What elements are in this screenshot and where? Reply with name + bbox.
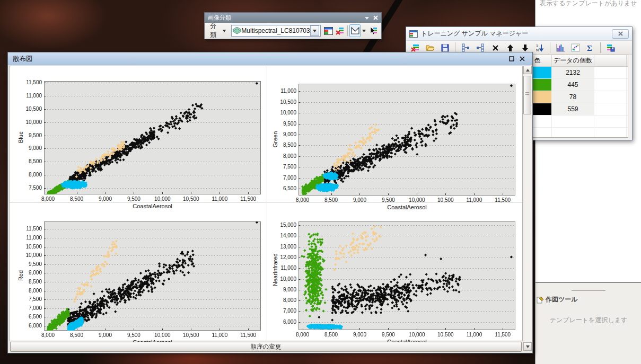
y-tick-label: 12,000 <box>272 254 296 260</box>
x-tick-label: 11,500 <box>232 196 264 202</box>
select-training-sample-tool[interactable] <box>367 24 379 37</box>
y-tick-label: 11,000 <box>17 93 42 99</box>
tsm-window-icon <box>409 30 418 38</box>
y-tick-label: 10,500 <box>17 244 42 250</box>
renumber-classes-button[interactable]: 1N <box>533 41 546 54</box>
training-sample-row[interactable]: 559 <box>523 103 628 116</box>
y-tick-label: 6,500 <box>17 314 42 319</box>
x-tick-label: 11,000 <box>204 332 235 338</box>
y-tick-label: 11,000 <box>272 265 296 271</box>
scatter-window-title: 散布図 <box>13 55 33 64</box>
triangle-up-icon <box>526 69 530 72</box>
reorder-button[interactable]: 順序の変更 <box>10 342 522 352</box>
chevron-down-icon <box>313 30 317 32</box>
class-extra-cell <box>594 116 627 127</box>
training-sample-manager-button[interactable] <box>323 24 335 37</box>
y-tick-label: 7,000 <box>272 308 296 314</box>
y-tick-label: 7,500 <box>17 185 42 191</box>
chart-plot-canvas <box>44 81 261 194</box>
x-tick-label: 10,000 <box>146 332 178 338</box>
column-header-extra[interactable] <box>594 55 627 66</box>
arcmap-screen: 表示するテンプレートがありませ 作図ツール テンプレートを選択します トレーニン… <box>0 0 641 364</box>
x-tick-label: 11,000 <box>204 196 235 202</box>
scroll-up-button[interactable] <box>523 66 532 74</box>
x-tick-label: 11,500 <box>232 332 264 338</box>
y-tick-label: 6,000 <box>17 323 42 329</box>
y-tick-label: 13,000 <box>272 244 296 250</box>
training-sample-row[interactable]: 445 <box>523 79 628 91</box>
y-tick-label: 10,000 <box>17 252 42 258</box>
y-tick-label: 9,500 <box>17 132 42 138</box>
x-tick-label: 9,500 <box>118 196 150 202</box>
clear-signatures-button[interactable] <box>334 24 346 37</box>
y-tick-label: 6,000 <box>272 319 296 325</box>
close-icon[interactable] <box>373 15 378 20</box>
y-tick-label: 7,000 <box>272 175 296 181</box>
y-tick-label: 11,500 <box>17 226 42 232</box>
x-tick-label: 10,000 <box>146 196 178 202</box>
y-tick-label: 11,500 <box>17 79 42 85</box>
svg-text:1: 1 <box>536 44 538 48</box>
scatter-window-title-bar[interactable]: 散布図 <box>8 52 532 65</box>
classification-toolbar-body: 分類 Multispectral_LC810703 <box>205 23 381 38</box>
y-tick-label: 9,500 <box>17 261 42 267</box>
vertical-scrollbar[interactable] <box>523 66 532 351</box>
histograms-button[interactable] <box>554 41 567 54</box>
scroll-down-button[interactable] <box>523 342 532 351</box>
training-sample-row[interactable]: 2132 <box>523 67 628 79</box>
y-tick-label: 10,000 <box>272 110 296 116</box>
class-extra-cell <box>594 67 627 78</box>
scrollbar-thumb[interactable] <box>523 76 531 114</box>
x-tick-label: 11,500 <box>487 332 519 338</box>
close-button[interactable] <box>517 54 528 64</box>
x-tick-label: 9,000 <box>344 197 375 203</box>
draw-tool-dropdown[interactable] <box>361 30 367 32</box>
x-tick-label: 11,000 <box>458 197 490 203</box>
y-tick-label: 9,500 <box>272 121 296 127</box>
classification-toolbar-title-bar[interactable]: 画像分類 <box>205 13 381 23</box>
column-header-count[interactable]: データの個数 <box>552 55 594 66</box>
tsm-close-button[interactable] <box>612 29 629 39</box>
training-sample-row[interactable] <box>523 116 628 128</box>
create-signature-file-button[interactable] <box>604 41 617 54</box>
class-extra-cell <box>594 128 627 138</box>
classification-menu-button[interactable]: 分類 <box>207 24 229 37</box>
chevron-down-icon <box>223 30 226 32</box>
chart-plot-canvas <box>298 84 515 196</box>
class-extra-cell <box>594 79 627 91</box>
no-templates-message: 表示するテンプレートがありませ <box>540 0 637 8</box>
x-tick-label: 8,000 <box>32 196 64 202</box>
x-tick-label: 9,000 <box>89 332 121 338</box>
y-tick-label: 8,000 <box>272 153 296 159</box>
layer-select-combo[interactable]: Multispectral_LC810703 <box>231 25 320 37</box>
tsm-window-title: トレーニング サンプル マネージャー <box>421 29 528 38</box>
class-extra-cell <box>594 91 627 103</box>
class-pixel-count: 78 <box>552 91 594 103</box>
y-tick-label: 7,500 <box>17 296 42 302</box>
statistics-button[interactable]: Σ <box>584 41 596 54</box>
x-tick-label: 8,000 <box>32 332 64 338</box>
x-tick-label: 11,000 <box>458 332 490 338</box>
tsm-title-bar[interactable]: トレーニング サンプル マネージャー <box>406 27 632 41</box>
scatterplots-button[interactable] <box>569 41 582 54</box>
class-pixel-count: 2132 <box>552 67 594 78</box>
draw-polygon-tool[interactable] <box>349 24 361 37</box>
y-tick-label: 8,500 <box>17 279 42 285</box>
toolbar-options-caret-icon[interactable] <box>365 16 369 20</box>
training-sample-row[interactable] <box>523 128 628 138</box>
image-classification-toolbar: 画像分類 分類 Multispectral_LC810703 <box>204 12 382 39</box>
layer-combo-value: Multispectral_LC810703 <box>241 27 310 34</box>
class-pixel-count <box>552 128 594 138</box>
panel-splitter[interactable] <box>572 290 605 291</box>
y-tick-label: 8,000 <box>272 297 296 303</box>
select-template-message: テンプレートを選択します <box>535 316 641 325</box>
y-tick-label: 7,000 <box>17 305 42 311</box>
x-tick-label: 8,500 <box>61 332 93 338</box>
x-tick-label: 9,500 <box>372 197 404 203</box>
layer-combo-dropdown-button[interactable] <box>310 25 319 36</box>
y-tick-label: 9,000 <box>272 131 296 137</box>
y-tick-label: 8,000 <box>17 172 42 177</box>
scatter-plot-window: 散布図 Blue CoastalAerosol 7,5008,0008,5009… <box>7 52 533 353</box>
training-sample-row[interactable]: 78 <box>523 91 628 103</box>
maximize-button[interactable] <box>506 54 517 64</box>
